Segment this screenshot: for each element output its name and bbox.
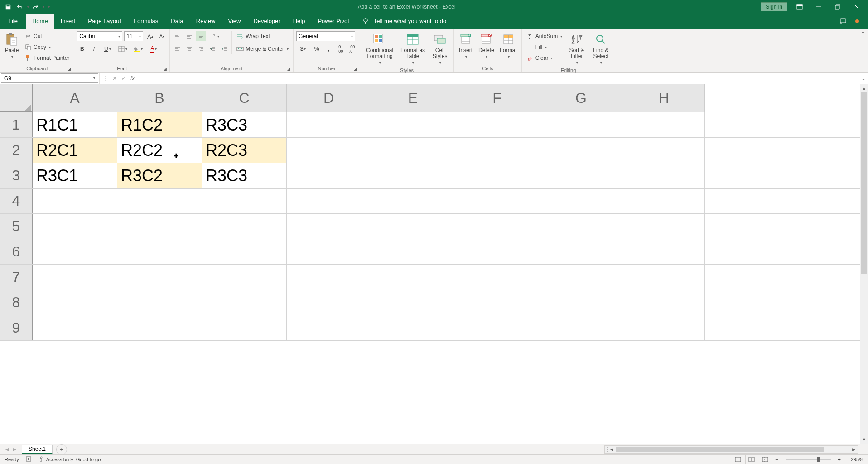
cell-B7[interactable]: [117, 265, 202, 290]
cell-A8[interactable]: [33, 290, 117, 315]
zoom-out-button[interactable]: −: [772, 457, 781, 462]
cell-H5[interactable]: [623, 214, 705, 239]
row-header-1[interactable]: 1: [0, 112, 33, 137]
undo-icon[interactable]: [14, 1, 25, 12]
cell-D3[interactable]: [287, 163, 371, 188]
column-header-B[interactable]: B: [117, 84, 202, 112]
copy-button[interactable]: Copy▾: [23, 42, 71, 52]
cell-G4[interactable]: [539, 188, 623, 213]
row-header-7[interactable]: 7: [0, 265, 33, 290]
scroll-down-icon[interactable]: ▼: [860, 435, 868, 444]
borders-button[interactable]: ▾: [116, 44, 130, 54]
row-header-9[interactable]: 9: [0, 315, 33, 340]
sign-in-button[interactable]: Sign in: [761, 2, 787, 11]
cell-C4[interactable]: [202, 188, 287, 213]
decrease-font-icon[interactable]: A▾: [157, 31, 167, 41]
cell-F6[interactable]: [455, 239, 539, 264]
cell-B9[interactable]: [117, 315, 202, 340]
maximize-button[interactable]: [831, 2, 844, 11]
row-header-3[interactable]: 3: [0, 163, 33, 188]
select-all-button[interactable]: [0, 84, 33, 112]
cell-C8[interactable]: [202, 290, 287, 315]
cell-H8[interactable]: [623, 290, 705, 315]
conditional-formatting-button[interactable]: Conditional Formatting▾: [363, 31, 396, 67]
paste-button[interactable]: Paste▾: [3, 31, 21, 60]
cell-E3[interactable]: [371, 163, 455, 188]
cell-F7[interactable]: [455, 265, 539, 290]
notification-dot-icon[interactable]: [855, 19, 859, 23]
cell-B4[interactable]: [117, 188, 202, 213]
column-header-H[interactable]: H: [623, 84, 705, 112]
font-size-input[interactable]: 11▾: [124, 31, 143, 41]
column-header-A[interactable]: A: [33, 84, 117, 112]
cell-F4[interactable]: [455, 188, 539, 213]
fill-color-button[interactable]: ▾: [131, 44, 145, 54]
format-button[interactable]: Format▾: [498, 31, 519, 60]
cell-C5[interactable]: [202, 214, 287, 239]
decrease-indent-icon[interactable]: [208, 44, 218, 54]
tab-insert[interactable]: Insert: [54, 14, 82, 29]
cell-G1[interactable]: [539, 112, 623, 137]
align-middle-icon[interactable]: [184, 31, 194, 41]
macro-record-icon[interactable]: [25, 456, 32, 463]
cell-G9[interactable]: [539, 315, 623, 340]
row-header-6[interactable]: 6: [0, 239, 33, 264]
format-painter-button[interactable]: Format Painter: [23, 53, 71, 63]
cell-B8[interactable]: [117, 290, 202, 315]
zoom-in-button[interactable]: +: [835, 457, 844, 462]
undo-dropdown-icon[interactable]: ▾: [27, 5, 29, 9]
cell-G8[interactable]: [539, 290, 623, 315]
fill-button[interactable]: Fill▾: [525, 42, 564, 52]
column-header-F[interactable]: F: [455, 84, 539, 112]
vertical-scrollbar[interactable]: ▲ ▼: [860, 84, 868, 444]
page-layout-view-icon[interactable]: [745, 455, 757, 464]
zoom-level[interactable]: 295%: [845, 457, 863, 462]
scroll-left-icon[interactable]: ◀: [608, 447, 616, 452]
align-top-icon[interactable]: [173, 31, 183, 41]
cell-E7[interactable]: [371, 265, 455, 290]
cell-B2[interactable]: R2C2: [117, 138, 202, 163]
cell-A5[interactable]: [33, 214, 117, 239]
redo-dropdown-icon[interactable]: ▾: [43, 5, 44, 9]
column-header-G[interactable]: G: [539, 84, 623, 112]
comma-button[interactable]: ,: [323, 44, 333, 54]
sort-filter-button[interactable]: AZSort & Filter▾: [566, 31, 588, 67]
tab-file[interactable]: File: [0, 14, 26, 29]
sheet-tab[interactable]: Sheet1: [22, 445, 53, 454]
insert-button[interactable]: Insert▾: [457, 31, 475, 60]
cell-A9[interactable]: [33, 315, 117, 340]
cell-B1[interactable]: R1C2: [117, 112, 202, 137]
cancel-icon[interactable]: ✕: [112, 75, 117, 82]
cell-D7[interactable]: [287, 265, 371, 290]
cell-C6[interactable]: [202, 239, 287, 264]
cell-D4[interactable]: [287, 188, 371, 213]
clipboard-launcher-icon[interactable]: ◢: [68, 67, 71, 71]
cell-H9[interactable]: [623, 315, 705, 340]
cell-styles-button[interactable]: Cell Styles▾: [429, 31, 451, 67]
cell-E5[interactable]: [371, 214, 455, 239]
cell-E9[interactable]: [371, 315, 455, 340]
redo-icon[interactable]: [30, 1, 41, 12]
cell-A3[interactable]: R3C1: [33, 163, 117, 188]
tab-page-layout[interactable]: Page Layout: [82, 14, 127, 29]
minimize-button[interactable]: [812, 2, 825, 11]
alignment-launcher-icon[interactable]: ◢: [287, 67, 290, 71]
comments-icon[interactable]: [840, 18, 848, 25]
cell-D1[interactable]: [287, 112, 371, 137]
vscroll-thumb[interactable]: [861, 92, 867, 274]
expand-formula-bar-icon[interactable]: ⌄: [859, 72, 868, 84]
align-bottom-icon[interactable]: [196, 31, 206, 41]
cell-E6[interactable]: [371, 239, 455, 264]
row-header-5[interactable]: 5: [0, 214, 33, 239]
scroll-right-icon[interactable]: ▶: [849, 447, 858, 452]
delete-button[interactable]: Delete▾: [477, 31, 496, 60]
font-color-button[interactable]: A▾: [147, 44, 160, 54]
cell-C7[interactable]: [202, 265, 287, 290]
autosum-button[interactable]: ∑AutoSum▾: [525, 31, 564, 41]
tab-formulas[interactable]: Formulas: [127, 14, 164, 29]
cell-A1[interactable]: R1C1: [33, 112, 117, 137]
orientation-button[interactable]: ▾: [208, 31, 222, 41]
cell-B5[interactable]: [117, 214, 202, 239]
increase-font-icon[interactable]: A▴: [145, 31, 155, 41]
cut-button[interactable]: ✂Cut: [23, 31, 71, 41]
